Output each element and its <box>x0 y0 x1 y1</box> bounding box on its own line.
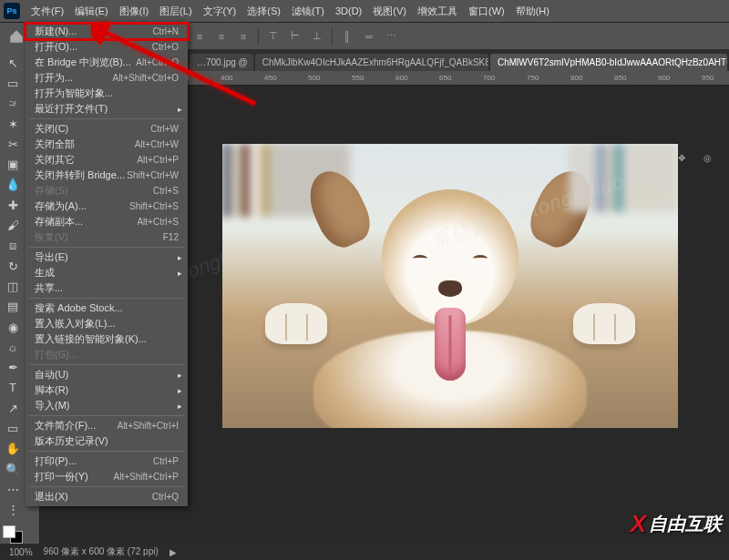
menu-item[interactable]: 存储为(A)...Shift+Ctrl+S <box>26 199 188 214</box>
menu-文字[interactable]: 文字(Y) <box>198 2 242 21</box>
hand-tool[interactable]: ✋ <box>3 440 23 458</box>
menu-item-shortcut: Ctrl+S <box>153 186 179 196</box>
type-tool[interactable]: T <box>3 379 23 397</box>
menu-item-label: 打包(G)... <box>35 348 77 361</box>
ruler-tick: 500 <box>308 74 320 82</box>
distribute-v-icon[interactable]: ═ <box>361 28 377 45</box>
menu-item[interactable]: 共享... <box>26 280 188 296</box>
menu-item[interactable]: 导出(E) <box>26 249 188 265</box>
home-icon[interactable] <box>8 28 25 45</box>
ruler-tick: 900 <box>658 74 670 82</box>
menu-item[interactable]: 关闭其它Alt+Ctrl+P <box>26 152 188 168</box>
menu-item-shortcut: Ctrl+Q <box>152 492 179 502</box>
brush-tool[interactable]: 🖌 <box>3 216 23 234</box>
menu-帮助[interactable]: 帮助(H) <box>510 2 555 21</box>
gradient-tool[interactable]: ▤ <box>3 298 23 316</box>
menu-编辑[interactable]: 编辑(E) <box>69 2 114 21</box>
more-align-icon[interactable]: ⋯ <box>383 28 399 45</box>
history-tool[interactable]: ↻ <box>3 257 23 275</box>
menu-item-label: 搜索 Adobe Stock... <box>35 301 123 315</box>
menu-item[interactable]: 生成 <box>26 265 188 280</box>
ruler-tick: 550 <box>352 74 364 82</box>
editbar-tool[interactable]: ⋯ <box>3 480 23 498</box>
menu-item[interactable]: 置入嵌入对象(L)... <box>26 316 188 331</box>
ruler-tick: 750 <box>527 74 539 82</box>
menu-item[interactable]: 打印一份(Y)Alt+Shift+Ctrl+P <box>26 469 188 484</box>
menu-item-label: 存储副本... <box>35 215 83 229</box>
more-tool[interactable]: ⋮ <box>3 501 23 519</box>
status-bar: 100% 960 像素 x 600 像素 (72 ppi) ▶ <box>0 544 729 560</box>
ruler-tick: 700 <box>483 74 495 82</box>
menu-item[interactable]: 导入(M) <box>26 398 188 413</box>
menu-item-label: 自动(U) <box>35 368 68 382</box>
menu-item-label: 打印一份(Y) <box>35 470 88 484</box>
document-tab[interactable]: ChMkJlbKw4OIcHJkAAZExhm6HRgAALQFjf_QABkS… <box>255 54 488 71</box>
blur-tool[interactable]: ◉ <box>3 318 23 336</box>
document-tab[interactable]: ChMlWV6T2smIVpHMAB0-bIdJwwAAAORtQHzBz0AH… <box>490 54 727 71</box>
menu-item-shortcut: F12 <box>163 232 179 242</box>
menu-窗口[interactable]: 窗口(W) <box>463 2 510 21</box>
menu-item[interactable]: 关闭并转到 Bridge...Shift+Ctrl+W <box>26 168 188 183</box>
move-tool[interactable]: ↖ <box>3 54 23 72</box>
menu-文件[interactable]: 文件(F) <box>26 2 69 21</box>
menu-separator <box>29 451 184 452</box>
menu-item-label: 共享... <box>35 281 63 295</box>
menu-item-label: 导出(E) <box>35 250 68 264</box>
menu-item[interactable]: 存储副本...Alt+Ctrl+S <box>26 214 188 229</box>
distribute-h-icon[interactable]: ║ <box>339 28 355 45</box>
menu-视图[interactable]: 视图(V) <box>367 2 412 21</box>
menu-item-shortcut: Alt+Ctrl+S <box>137 217 179 227</box>
path-tool[interactable]: ↗ <box>3 399 23 417</box>
menu-item[interactable]: 版本历史记录(V) <box>26 433 188 449</box>
lasso-tool[interactable]: ⟉ <box>3 95 23 113</box>
menu-item: 恢复(V)F12 <box>26 229 188 245</box>
zoom-tool[interactable]: 🔍 <box>3 460 23 478</box>
dolly-icon[interactable]: ◎ <box>699 149 715 166</box>
menu-item-label: 关闭其它 <box>35 153 75 167</box>
menu-item[interactable]: 退出(X)Ctrl+Q <box>26 489 188 504</box>
artboard-tool[interactable]: ▭ <box>3 74 23 92</box>
watermark-x-icon: X <box>631 510 646 538</box>
menu-item-label: 退出(X) <box>35 490 68 504</box>
menu-item-label: 脚本(R) <box>35 383 68 397</box>
menu-item-label: 关闭(C) <box>35 122 68 136</box>
menu-3d[interactable]: 3D(D) <box>330 3 367 19</box>
menu-滤镜[interactable]: 滤镜(T) <box>286 2 330 21</box>
menu-item-label: 存储为(A)... <box>35 199 87 213</box>
eraser-tool[interactable]: ◫ <box>3 277 23 295</box>
status-arrow-icon[interactable]: ▶ <box>169 547 177 557</box>
rectangle-tool[interactable]: ▭ <box>3 419 23 437</box>
menu-增效工具[interactable]: 增效工具 <box>412 2 463 21</box>
menu-item-shortcut: Alt+Ctrl+W <box>135 139 179 149</box>
menu-item[interactable]: 脚本(R) <box>26 382 188 398</box>
annotation-arrow <box>91 22 273 133</box>
crop-tool[interactable]: ✂ <box>3 135 23 153</box>
menu-item[interactable]: 置入链接的智能对象(K)... <box>26 331 188 347</box>
document-dimensions: 960 像素 x 600 像素 (72 ppi) <box>44 545 159 558</box>
menu-separator <box>29 415 184 416</box>
dodge-tool[interactable]: ☼ <box>3 338 23 356</box>
menu-item[interactable]: 文件简介(F)...Alt+Shift+Ctrl+I <box>26 418 188 433</box>
align-bottom-icon[interactable]: ⊥ <box>309 28 325 45</box>
menu-item[interactable]: 搜索 Adobe Stock... <box>26 300 188 316</box>
menu-图像[interactable]: 图像(I) <box>114 2 154 21</box>
color-swatch[interactable] <box>3 525 23 544</box>
menu-item[interactable]: 打印(P)...Ctrl+P <box>26 453 188 469</box>
menu-separator <box>29 486 184 487</box>
menu-item-label: 关闭全部 <box>35 137 75 151</box>
stamp-tool[interactable]: ⧇ <box>3 237 23 255</box>
zoom-level[interactable]: 100% <box>9 547 33 557</box>
menu-item-shortcut: Alt+Shift+Ctrl+P <box>114 472 179 482</box>
menu-item[interactable]: 自动(U) <box>26 367 188 382</box>
pen-tool[interactable]: ✒ <box>3 358 23 376</box>
menu-separator <box>29 247 184 248</box>
menu-选择[interactable]: 选择(S) <box>241 2 286 21</box>
healing-tool[interactable]: ✚ <box>3 196 23 214</box>
eyedropper-tool[interactable]: 💧 <box>3 176 23 194</box>
menu-图层[interactable]: 图层(L) <box>154 2 197 21</box>
wand-tool[interactable]: ✶ <box>3 115 23 133</box>
tab-label: ChMlWV6T2smIVpHMAB0-bIdJwwAAAORtQHzBz0AH… <box>498 57 727 67</box>
menu-item[interactable]: 关闭全部Alt+Ctrl+W <box>26 137 188 152</box>
frame-tool[interactable]: ▣ <box>3 155 23 173</box>
align-middle-icon[interactable]: ⊢ <box>287 28 303 45</box>
